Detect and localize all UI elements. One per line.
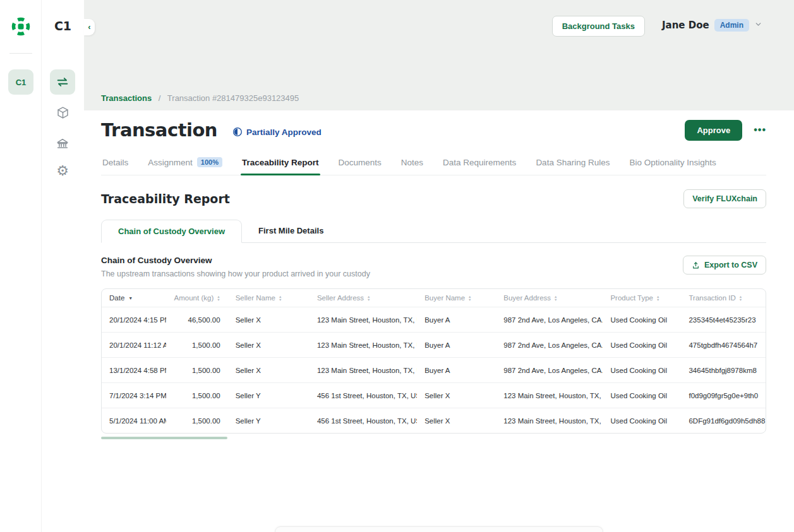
column-header-amount-kg-[interactable]: Amount (kg)▲▼ (166, 289, 228, 307)
export-icon (692, 261, 700, 269)
table-cell: 6DFg91df6gd09h5dh88 (681, 408, 766, 433)
column-label: Product Type (610, 294, 653, 302)
table-cell: 123 Main Street, Houston, TX, USA (496, 408, 603, 433)
sort-icon: ▲▼ (656, 295, 659, 302)
column-header-buyer-name[interactable]: Buyer Name▲▼ (417, 289, 496, 307)
bank-icon (56, 137, 69, 151)
table-cell: 5/1/2024 11:00 AM (102, 408, 166, 433)
table-cell: f0d9g09fgr5g0e+9th0 (681, 382, 766, 408)
tab-notes[interactable]: Notes (400, 153, 424, 175)
subtab-first-mile-details[interactable]: First Mile Details (242, 220, 340, 242)
content-panel: Transaction Partially Approved Approve •… (84, 110, 794, 439)
nav-transactions-button[interactable] (50, 69, 75, 95)
tab-progress-badge: 100% (197, 157, 222, 167)
tab-assignment[interactable]: Assignment100% (147, 153, 224, 175)
column-label: Seller Name (236, 294, 275, 302)
table-row[interactable]: 5/1/2024 11:00 AM1,500.00Seller Y456 1st… (102, 408, 766, 433)
breadcrumb-transactions-link[interactable]: Transactions (101, 93, 152, 103)
workspace-c1-button[interactable]: C1 (8, 69, 33, 95)
page-title: Transaction (101, 119, 217, 141)
breadcrumb: Transactions / Transaction #281479325e93… (101, 93, 299, 103)
table-cell: 987 2nd Ave, Los Angeles, CA... (496, 357, 603, 382)
table-row[interactable]: 20/1/2024 4:15 PM46,500.00Seller X123 Ma… (102, 307, 766, 332)
export-csv-button[interactable]: Export to CSV (683, 256, 766, 275)
column-label: Transaction ID (689, 294, 735, 302)
subtab-bar: Chain of Custody OverviewFirst Mile Deta… (101, 220, 766, 243)
horizontal-scrollbar-thumb[interactable] (101, 437, 227, 439)
tab-label: Data Requirements (443, 158, 516, 167)
tab-documents[interactable]: Documents (337, 153, 383, 175)
tab-label: Details (102, 158, 128, 167)
table-cell: 475tgbdfh4674564h7 (681, 332, 766, 357)
custody-heading-block: Chain of Custody Overview The upstream t… (101, 256, 370, 278)
top-bar: Background Tasks Jane Doe Admin Transact… (84, 0, 794, 110)
table-cell: Used Cooking Oil (603, 408, 681, 433)
background-tasks-button[interactable]: Background Tasks (552, 16, 645, 37)
column-header-seller-name[interactable]: Seller Name▲▼ (228, 289, 310, 307)
verify-fluxchain-button[interactable]: Verify FLUXchain (683, 189, 766, 208)
table-cell: 1,500.00 (166, 382, 228, 408)
table-cell: 46,500.00 (166, 307, 228, 332)
tab-data-requirements[interactable]: Data Requirements (442, 153, 517, 175)
role-badge: Admin (714, 19, 749, 32)
column-label: Buyer Address (503, 294, 551, 302)
column-header-transaction-id[interactable]: Transaction ID▲▼ (681, 289, 766, 307)
sort-icon: ▲▼ (554, 295, 557, 302)
custody-table: Date▼Amount (kg)▲▼Seller Name▲▼Seller Ad… (101, 288, 766, 434)
table-row[interactable]: 13/1/2024 4:58 PM1,500.00Seller X123 Mai… (102, 357, 766, 382)
table-cell: 456 1st Street, Houston, TX, USA (310, 382, 417, 408)
nav-products-button[interactable] (50, 100, 75, 125)
tab-data-sharing-rules[interactable]: Data Sharing Rules (534, 153, 611, 175)
table-cell: 20/1/2024 4:15 PM (102, 307, 166, 332)
sidebar-collapse-button[interactable]: ‹ (84, 19, 95, 35)
table-cell: 20/1/2024 11:12 AM (102, 332, 166, 357)
table-cell: Seller Y (228, 382, 310, 408)
bottom-sheet-edge (275, 526, 603, 532)
table-row[interactable]: 20/1/2024 11:12 AM1,500.00Seller X123 Ma… (102, 332, 766, 357)
nav-organizations-button[interactable] (50, 131, 75, 157)
chevron-down-icon (754, 20, 762, 31)
table-cell: 123 Main Street, Houston, TX, USA (310, 357, 417, 382)
brand-logo-icon (10, 16, 32, 37)
half-circle-status-icon (232, 127, 243, 137)
table-cell: 1,500.00 (166, 357, 228, 382)
tab-label: Documents (339, 158, 382, 167)
section-header-row: Traceability Report Verify FLUXchain (101, 189, 766, 208)
table-cell: Seller X (417, 382, 496, 408)
status-badge-label: Partially Approved (246, 127, 322, 137)
column-header-seller-address[interactable]: Seller Address▲▼ (310, 289, 417, 307)
custody-subtitle: The upstream transactions showing how yo… (101, 269, 370, 278)
table-cell: Used Cooking Oil (603, 307, 681, 332)
custody-header-row: Chain of Custody Overview The upstream t… (101, 256, 766, 278)
column-header-date[interactable]: Date▼ (102, 289, 166, 307)
column-header-product-type[interactable]: Product Type▲▼ (603, 289, 681, 307)
tab-bio-optionality-insights[interactable]: Bio Optionality Insights (628, 153, 717, 175)
table-cell: 123 Main Street, Houston, TX, USA (496, 382, 603, 408)
nav-settings-button[interactable]: ⚙ (50, 158, 75, 184)
tab-details[interactable]: Details (101, 153, 129, 175)
sort-icon: ▲▼ (217, 295, 220, 302)
table-row[interactable]: 7/1/2024 3:14 PM1,500.00Seller Y456 1st … (102, 382, 766, 408)
section-title: Traceability Report (101, 192, 230, 206)
subtab-chain-of-custody-overview[interactable]: Chain of Custody Overview (101, 220, 242, 243)
more-actions-button[interactable]: ••• (754, 124, 766, 136)
tab-bar: DetailsAssignment100%Traceability Report… (101, 153, 766, 175)
table-cell: Seller X (228, 332, 310, 357)
table-cell: 123 Main Street, Houston, TX, USA (310, 332, 417, 357)
user-menu[interactable]: Jane Doe Admin (662, 19, 762, 32)
breadcrumb-separator: / (159, 93, 161, 103)
table-cell: Seller X (417, 408, 496, 433)
column-header-buyer-address[interactable]: Buyer Address▲▼ (496, 289, 603, 307)
breadcrumb-current: Transaction #281479325e93123495 (167, 93, 299, 103)
package-icon (56, 106, 69, 119)
table-cell: Used Cooking Oil (603, 332, 681, 357)
table-cell: Buyer A (417, 332, 496, 357)
title-row: Transaction Partially Approved Approve •… (101, 119, 766, 141)
main-area: Background Tasks Jane Doe Admin Transact… (84, 0, 794, 532)
table-cell: 235345t4et45235r23 (681, 307, 766, 332)
tab-traceability-report[interactable]: Traceability Report (241, 153, 320, 175)
status-badge: Partially Approved (232, 127, 322, 137)
approve-button[interactable]: Approve (685, 120, 742, 141)
table-cell: 987 2nd Ave, Los Angeles, CA... (496, 307, 603, 332)
sort-icon: ▲▼ (739, 295, 742, 302)
